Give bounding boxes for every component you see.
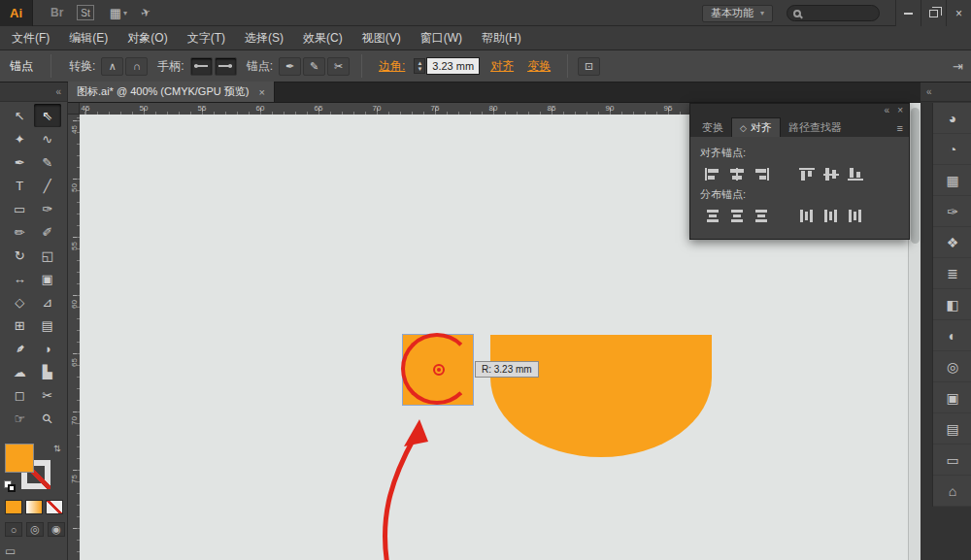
dock-symbols-icon[interactable]: ❖ xyxy=(933,227,971,258)
screen-mode-button[interactable]: ▭ xyxy=(0,537,16,558)
align-left-button[interactable] xyxy=(700,164,724,183)
menu-type[interactable]: 文字(T) xyxy=(187,30,225,47)
menu-view[interactable]: 视图(V) xyxy=(362,30,401,47)
workspace-switcher-button[interactable]: 基本功能 ▾ xyxy=(702,5,773,22)
menu-edit[interactable]: 编辑(E) xyxy=(69,30,108,47)
dock-transparency-icon[interactable]: ◐ xyxy=(933,320,971,351)
rotate-tool[interactable]: ↻ xyxy=(6,244,34,267)
panel-collapse-icon[interactable]: « xyxy=(885,105,890,115)
semicircle-bottom-shape[interactable] xyxy=(490,335,712,457)
curvature-tool[interactable]: ✎ xyxy=(34,150,62,174)
remove-anchor-button[interactable]: ✒ xyxy=(279,57,301,76)
paintbrush-tool[interactable]: ✑ xyxy=(34,197,62,220)
transform-link[interactable]: 变换 xyxy=(527,58,551,75)
color-button[interactable] xyxy=(5,500,22,514)
shape-builder-tool[interactable]: ◇ xyxy=(6,290,34,313)
dock-artboards-icon[interactable]: ▭ xyxy=(933,445,971,476)
search-box[interactable] xyxy=(787,5,880,21)
swap-fill-stroke-icon[interactable]: ⇄ xyxy=(52,445,62,452)
blend-tool[interactable]: ◑ xyxy=(34,337,62,360)
dock-brushes-icon[interactable]: ✑ xyxy=(933,196,971,227)
dock-control-panel-icon[interactable]: ⇥ xyxy=(953,50,963,82)
dock-swatches-icon[interactable]: ▦ xyxy=(933,165,971,196)
dock-layers-icon[interactable]: ▤ xyxy=(933,413,971,445)
tab-transform[interactable]: 变换 xyxy=(694,117,731,137)
stepper[interactable]: ▲ ▼ xyxy=(414,58,425,74)
scrollbar-thumb[interactable] xyxy=(911,108,920,244)
isolate-object-button[interactable]: ⊡ xyxy=(578,57,600,76)
none-button[interactable] xyxy=(46,500,63,514)
menu-object[interactable]: 对象(O) xyxy=(127,30,167,47)
search-input[interactable] xyxy=(805,8,873,18)
default-fill-stroke-icon[interactable] xyxy=(4,480,17,492)
tab-pathfinder[interactable]: 路径查找器 xyxy=(781,117,850,137)
dock-gradient-icon[interactable]: ◧ xyxy=(933,289,971,320)
dock-color-icon[interactable]: ◕ xyxy=(933,103,971,134)
perspective-grid-tool[interactable]: ⊿ xyxy=(34,290,62,313)
gradient-button[interactable] xyxy=(25,500,43,514)
align-right-button[interactable] xyxy=(749,164,773,183)
gradient-tool[interactable]: ▤ xyxy=(34,313,62,337)
connect-path-button[interactable]: ✎ xyxy=(303,57,325,76)
type-tool[interactable]: T xyxy=(6,174,34,197)
hand-tool[interactable]: ☞ xyxy=(6,407,34,430)
width-tool[interactable]: ↔ xyxy=(6,267,34,290)
zoom-tool[interactable]: ⚲ xyxy=(34,407,62,430)
menu-select[interactable]: 选择(S) xyxy=(245,30,284,47)
panel-menu-icon[interactable]: ≡ xyxy=(897,122,903,134)
magic-wand-tool[interactable]: ✦ xyxy=(6,127,34,150)
bridge-button[interactable]: Br xyxy=(50,6,63,19)
vertical-ruler[interactable]: 45 50 55 60 65 70 75 xyxy=(68,115,80,560)
document-tab[interactable]: 图标.ai* @ 400% (CMYK/GPU 预览) × xyxy=(68,82,275,102)
draw-normal-button[interactable]: ○ xyxy=(5,522,22,537)
align-bottom-button[interactable] xyxy=(843,164,867,183)
pen-tool[interactable]: ✒ xyxy=(6,150,34,174)
menu-effect[interactable]: 效果(C) xyxy=(303,30,343,47)
artboard-tool[interactable]: ◻ xyxy=(6,383,34,407)
menu-window[interactable]: 窗口(W) xyxy=(420,30,462,47)
draw-behind-button[interactable]: ◎ xyxy=(26,522,44,537)
show-handles-button[interactable] xyxy=(190,57,213,76)
column-graph-tool[interactable]: ▙ xyxy=(34,360,62,383)
cut-path-button[interactable]: ✂ xyxy=(327,57,350,76)
scale-tool[interactable]: ◱ xyxy=(34,244,62,267)
lasso-tool[interactable]: ∿ xyxy=(34,127,62,150)
minimize-button[interactable] xyxy=(895,0,921,26)
symbol-sprayer-tool[interactable]: ☁ xyxy=(6,360,34,383)
selection-tool[interactable]: ↖ xyxy=(6,104,34,127)
corners-link[interactable]: 边角: xyxy=(379,58,405,75)
close-button[interactable]: × xyxy=(946,0,971,26)
align-v-center-button[interactable] xyxy=(819,164,843,183)
draw-inside-button[interactable]: ◉ xyxy=(48,522,65,537)
menu-help[interactable]: 帮助(H) xyxy=(482,30,521,47)
fill-color-swatch[interactable] xyxy=(5,444,34,473)
slice-tool[interactable]: ✂ xyxy=(34,383,62,407)
dock-graphic-styles-icon[interactable]: ▣ xyxy=(933,382,971,413)
corner-radius-value[interactable]: 3.23 mm xyxy=(426,57,480,75)
share-icon[interactable]: ✈ xyxy=(139,5,152,21)
distribute-v-center-button[interactable] xyxy=(724,206,749,225)
dock-stroke-icon[interactable]: ≣ xyxy=(933,258,971,289)
line-tool[interactable]: ╱ xyxy=(34,174,62,197)
convert-smooth-button[interactable]: ∩ xyxy=(125,57,148,76)
tools-collapse-icon[interactable]: « xyxy=(0,82,67,102)
rectangle-tool[interactable]: ▭ xyxy=(6,197,34,220)
distribute-bottom-button[interactable] xyxy=(749,206,773,225)
distribute-h-center-button[interactable] xyxy=(819,206,843,225)
align-h-center-button[interactable] xyxy=(724,164,749,183)
close-tab-icon[interactable]: × xyxy=(258,86,264,98)
distribute-top-button[interactable] xyxy=(700,206,724,225)
stepper-down-icon[interactable]: ▼ xyxy=(417,66,422,72)
ruler-origin-corner[interactable] xyxy=(68,103,80,115)
tab-align[interactable]: ◇ 对齐 xyxy=(731,117,781,137)
free-transform-tool[interactable]: ▣ xyxy=(34,267,62,290)
convert-corner-button[interactable]: ∧ xyxy=(101,57,123,76)
hide-handles-button[interactable] xyxy=(215,57,237,76)
align-top-button[interactable] xyxy=(794,164,819,183)
direct-selection-tool[interactable]: ⇖ xyxy=(34,104,62,127)
mesh-tool[interactable]: ⊞ xyxy=(6,313,34,337)
stock-button[interactable]: St xyxy=(77,5,93,20)
dock-collapse-icon[interactable]: « xyxy=(921,82,971,102)
pencil-tool[interactable]: ✏ xyxy=(6,220,34,244)
corner-widget-target[interactable] xyxy=(433,364,445,376)
